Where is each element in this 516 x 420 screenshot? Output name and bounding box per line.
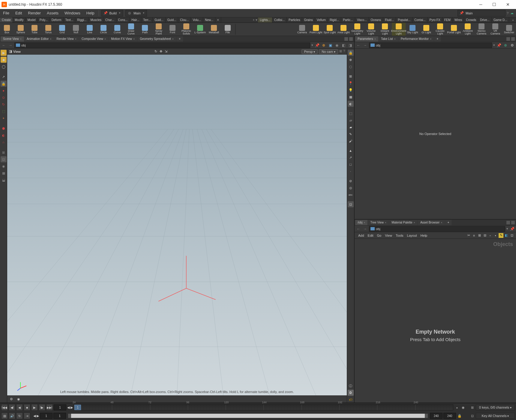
next-frame-button[interactable]: I▶ [39, 404, 45, 411]
pane-tab[interactable]: Take List × [379, 36, 398, 42]
panel-icon[interactable]: ◨ [347, 43, 353, 48]
handle-tool[interactable]: ● [1, 88, 7, 94]
shelf-tab[interactable]: Partic... [341, 17, 355, 22]
camera-dropdown[interactable]: No cam ▾ [319, 49, 338, 54]
capture-icon[interactable]: ▣ [328, 43, 333, 48]
path-input[interactable]: obj [14, 43, 310, 48]
lasso-tool[interactable]: ◯ [1, 64, 7, 70]
eye-icon[interactable]: ◉ [16, 396, 22, 402]
shelf-tab[interactable]: Deform [50, 17, 64, 22]
color-icon[interactable]: ◧ [504, 233, 509, 238]
lock-range-icon[interactable]: 🔒 [457, 413, 462, 418]
pane-max-icon[interactable] [506, 221, 510, 224]
magnet-tool[interactable]: ∩ [1, 139, 7, 145]
loop-button[interactable]: ↻ [16, 412, 23, 419]
tool-distant-light[interactable]: Distant Light [378, 23, 392, 36]
snap-icon[interactable]: ⊡ [509, 233, 514, 238]
med-icon[interactable]: ▪ [493, 233, 498, 238]
tool-spot-light[interactable]: Spot Light [323, 23, 337, 36]
first-frame-button[interactable]: I◀◀ [1, 404, 8, 411]
find-icon[interactable]: ✂ [466, 233, 471, 238]
select-region-tool[interactable]: ◆ [1, 57, 7, 63]
info-icon[interactable]: ⓘ [348, 383, 354, 389]
paint-icon[interactable]: 🖌 [348, 138, 354, 144]
brush-tool[interactable]: ⬢ [1, 125, 7, 131]
close-button[interactable]: ✕ [501, 0, 514, 9]
tool-sphere[interactable]: Sphere [14, 23, 28, 36]
path-input[interactable]: obj [369, 226, 505, 232]
maximize-button[interactable]: ☐ [488, 0, 501, 9]
network-view[interactable]: Objects Empty Network Press Tab to Add O… [355, 239, 516, 403]
range-cur-input[interactable] [53, 413, 66, 419]
nav-back-button[interactable]: ← [356, 43, 361, 48]
close-icon[interactable]: × [364, 221, 365, 224]
tool-stereo-camera[interactable]: Stereo Camera [475, 23, 488, 36]
play-back-button[interactable]: ◀ [16, 404, 23, 411]
range-handle-end[interactable] [425, 414, 428, 418]
tool-environment-light[interactable]: Environment Light [392, 23, 406, 36]
prev-frame-button[interactable]: ◀I [9, 404, 15, 411]
pane-menu-icon[interactable] [344, 37, 348, 41]
smooth-icon[interactable]: ▰ [348, 124, 354, 130]
range-next-icon[interactable]: ▶ [37, 414, 39, 418]
shelf-tab[interactable]: Rigid... [328, 17, 341, 22]
gear-icon[interactable]: ⚙ [509, 43, 515, 48]
shelf-tab[interactable]: Collisi... [272, 17, 287, 22]
tab-add-button[interactable]: + [434, 36, 441, 42]
shelf-tab[interactable]: Modify [13, 17, 26, 22]
camera-tool[interactable]: ▦ [1, 170, 7, 176]
shelf-tab[interactable]: Terr... [141, 17, 153, 22]
tool-file[interactable]: File [221, 23, 235, 36]
shelf-tab[interactable]: Clou... [178, 17, 191, 22]
tool-line[interactable]: Line [83, 23, 97, 36]
tool-tube[interactable]: Tube [28, 23, 41, 36]
menu-help[interactable]: Help [83, 9, 98, 17]
range-slider[interactable] [68, 414, 428, 418]
pose-tool[interactable]: ✦ [1, 115, 7, 121]
channel-icon[interactable]: ⊞ [470, 405, 475, 410]
menu-file[interactable]: File [0, 9, 12, 17]
close-icon[interactable]: × [20, 38, 22, 40]
shelf-tab[interactable]: Crowds [464, 17, 478, 22]
stop-button[interactable]: ■ [24, 404, 30, 411]
shelf-tab[interactable]: Pyro FX [428, 17, 442, 22]
playhead[interactable]: 1 [74, 405, 81, 410]
nav-back-button[interactable]: ← [356, 226, 361, 232]
point-icon[interactable]: · [348, 168, 354, 174]
move-tool[interactable]: ↗ [1, 74, 7, 80]
close-icon[interactable]: × [75, 38, 76, 40]
net-menu-layout[interactable]: Layout [405, 233, 419, 238]
shelf-add-button[interactable]: + ▾ [252, 17, 258, 22]
persp-dropdown[interactable]: Persp ▾ [302, 49, 318, 54]
nav-fwd-button[interactable]: → [8, 43, 13, 48]
tool-draw-curve[interactable]: Draw Curve [124, 23, 138, 36]
prev-key-icon[interactable]: ◀ [67, 406, 70, 410]
range-start-input[interactable] [40, 413, 52, 419]
d-icon[interactable]: D [348, 390, 354, 396]
flat-icon[interactable]: ▱ [348, 117, 354, 123]
grid-icon[interactable]: ⊞ [348, 73, 354, 79]
menu-render[interactable]: Render [25, 9, 44, 17]
ghost-icon[interactable]: ◌ [348, 64, 354, 70]
dolly-icon[interactable]: ⇲ [165, 50, 167, 53]
tumble-icon[interactable]: ↻ [154, 50, 157, 53]
shelf-tab[interactable]: + [215, 17, 221, 22]
pane-tab[interactable]: Material Palette × [389, 220, 418, 225]
render-icon[interactable]: ◧ [341, 43, 346, 48]
shelf-tab[interactable]: Drive... [478, 17, 492, 22]
shelf-tab[interactable]: Char... [104, 17, 116, 22]
list-icon[interactable]: ≡ [472, 233, 476, 238]
normal-icon[interactable]: ↗ [348, 154, 354, 160]
viz-icon[interactable]: ⊡ [348, 201, 354, 207]
link-icon[interactable]: ⊕ [503, 43, 508, 48]
shelf-tab[interactable]: Visco... [355, 17, 369, 22]
pane-menu-icon[interactable] [511, 221, 515, 224]
close-icon[interactable]: × [414, 221, 415, 224]
tool-switcher[interactable]: Switcher [502, 23, 516, 36]
menu-windows[interactable]: Windows [62, 9, 83, 17]
tool-circle[interactable]: Circle [97, 23, 110, 36]
tree-icon[interactable]: ⊟ [482, 233, 487, 238]
tool-grid[interactable]: Grid [55, 23, 69, 36]
pane-tab[interactable]: Geometry Spreadsheet × [137, 36, 176, 42]
shelf-tab[interactable]: Cons... [116, 17, 130, 22]
